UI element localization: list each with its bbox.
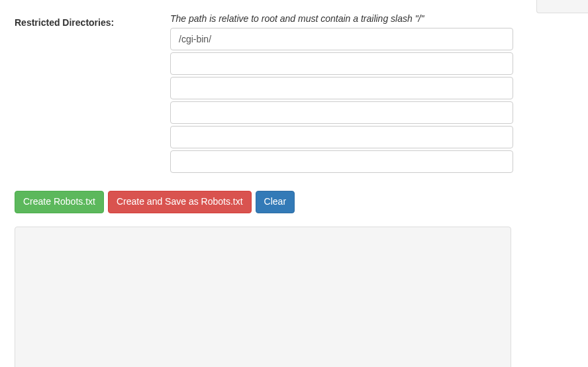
label-column: Restricted Directories: <box>15 13 170 175</box>
restricted-directories-label: Restricted Directories: <box>15 17 114 28</box>
restricted-directory-input-1[interactable] <box>170 28 513 50</box>
output-panel <box>15 227 511 367</box>
restricted-directory-input-4[interactable] <box>170 101 513 124</box>
button-row: Create Robots.txt Create and Save as Rob… <box>15 191 573 213</box>
restricted-directories-row: Restricted Directories: The path is rela… <box>15 13 573 175</box>
input-column: The path is relative to root and must co… <box>170 13 513 175</box>
restricted-directory-input-5[interactable] <box>170 126 513 148</box>
restricted-directory-input-2[interactable] <box>170 52 513 75</box>
clear-button[interactable]: Clear <box>256 191 295 213</box>
create-save-robots-button[interactable]: Create and Save as Robots.txt <box>108 191 252 213</box>
path-hint-text: The path is relative to root and must co… <box>170 13 513 24</box>
restricted-directory-input-3[interactable] <box>170 77 513 99</box>
form-container: Restricted Directories: The path is rela… <box>0 0 588 367</box>
create-robots-button[interactable]: Create Robots.txt <box>15 191 104 213</box>
restricted-directory-input-6[interactable] <box>170 150 513 173</box>
sidebar-panel-fragment <box>536 0 588 13</box>
